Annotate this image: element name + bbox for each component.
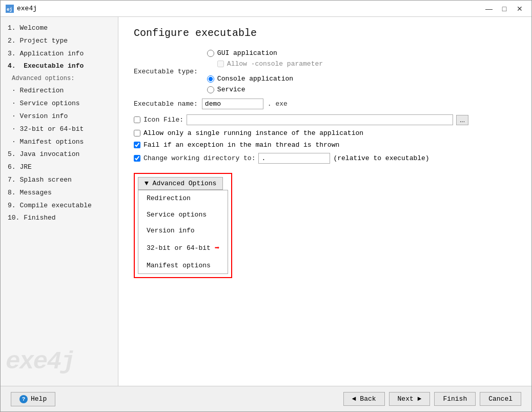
- content-area: Configure executable Executable type: GU…: [118, 17, 531, 386]
- fail-exception-checkbox[interactable]: [134, 142, 140, 148]
- console-app-label: Console application: [217, 75, 293, 83]
- change-dir-input[interactable]: [258, 153, 330, 164]
- gui-app-label: GUI application: [217, 49, 277, 57]
- next-button[interactable]: Next ►: [389, 392, 431, 406]
- maximize-button[interactable]: □: [498, 3, 511, 14]
- sidebar-item-redirection[interactable]: · Redirection: [1, 85, 118, 97]
- console-app-option[interactable]: Console application: [207, 75, 323, 83]
- help-button[interactable]: ? Help: [11, 392, 55, 406]
- change-dir-row: Change working directory to: (relative t…: [134, 153, 516, 164]
- exe-suffix: . exe: [268, 100, 288, 108]
- main-layout: 1. Welcome 2. Project type 3. Applicatio…: [1, 17, 531, 386]
- sidebar-advanced-options-label: Advanced options:: [1, 73, 118, 85]
- back-button[interactable]: ◄ Back: [343, 392, 385, 406]
- bottom-bar: ? Help ◄ Back Next ► Finish Cancel: [1, 386, 531, 411]
- allow-console-row: Allow -console parameter: [217, 60, 323, 68]
- next-label: Next ►: [398, 395, 422, 403]
- finish-label: Finish: [443, 395, 467, 403]
- gui-app-option[interactable]: GUI application: [207, 49, 323, 57]
- 32-64-bit-label: 32-bit or 64-bit: [147, 243, 211, 253]
- change-dir-checkbox[interactable]: [134, 155, 140, 162]
- fail-exception-row: Fail if an exception in the main thread …: [134, 141, 516, 149]
- advanced-menu-service-options[interactable]: Service options: [138, 207, 228, 223]
- allow-console-checkbox[interactable]: [217, 61, 224, 67]
- window-title: exe4j: [17, 5, 37, 12]
- title-bar: ej exe4j — □ ✕: [1, 1, 531, 17]
- executable-name-label: Executable name:: [134, 100, 198, 108]
- main-window: ej exe4j — □ ✕ 1. Welcome 2. Project typ…: [0, 0, 532, 412]
- sidebar-item-manifest-options[interactable]: · Manifest options: [1, 136, 118, 149]
- svg-text:ej: ej: [7, 7, 12, 12]
- icon-file-browse-button[interactable]: ...: [456, 115, 468, 125]
- service-label: Service: [217, 86, 245, 93]
- sidebar-item-application-info[interactable]: 3. Application info: [1, 48, 118, 61]
- advanced-options-box: ▼ Advanced Options Redirection Service o…: [134, 173, 232, 278]
- advanced-menu-redirection[interactable]: Redirection: [138, 190, 228, 207]
- sidebar-item-project-type[interactable]: 2. Project type: [1, 35, 118, 48]
- sidebar-item-jre[interactable]: 6. JRE: [1, 161, 118, 174]
- title-bar-left: ej exe4j: [6, 5, 37, 13]
- back-label: ◄ Back: [352, 395, 376, 403]
- fail-exception-label: Fail if an exception in the main thread …: [144, 141, 339, 149]
- arrow-icon: ➡: [215, 242, 220, 254]
- redirection-label: Redirection: [147, 193, 191, 204]
- icon-file-input[interactable]: [187, 114, 453, 125]
- sidebar-item-splash-screen[interactable]: 7. Splash screen: [1, 174, 118, 187]
- cancel-button[interactable]: Cancel: [480, 392, 521, 406]
- advanced-menu-32-64-bit[interactable]: 32-bit or 64-bit ➡: [138, 239, 228, 258]
- icon-file-row: Icon File: ...: [134, 114, 516, 125]
- advanced-options-toggle[interactable]: ▼ Advanced Options: [138, 177, 223, 190]
- service-options-label: Service options: [147, 210, 207, 220]
- icon-file-checkbox[interactable]: [134, 116, 140, 123]
- icon-file-label: Icon File:: [144, 116, 183, 124]
- single-instance-checkbox[interactable]: [134, 130, 140, 136]
- sidebar-item-compile-executable[interactable]: 9. Compile executable: [1, 200, 118, 212]
- advanced-options-menu: Redirection Service options Version info…: [138, 190, 228, 274]
- executable-type-group: GUI application Allow -console parameter…: [207, 49, 323, 93]
- executable-name-input[interactable]: [202, 99, 263, 109]
- finish-button[interactable]: Finish: [434, 392, 476, 406]
- sidebar-item-32-64-bit[interactable]: · 32-bit or 64-bit: [1, 123, 118, 136]
- cancel-label: Cancel: [488, 395, 513, 403]
- manifest-options-label: Manifest options: [147, 261, 211, 271]
- sidebar-item-service-options[interactable]: · Service options: [1, 97, 118, 110]
- service-radio[interactable]: [207, 86, 214, 93]
- single-instance-label: Allow only a single running instance of …: [144, 129, 363, 137]
- help-label: Help: [31, 395, 47, 403]
- close-button[interactable]: ✕: [513, 3, 526, 14]
- single-instance-row: Allow only a single running instance of …: [134, 129, 516, 137]
- watermark: exe4j: [6, 348, 74, 376]
- sidebar-item-executable-info[interactable]: 4. Executable info: [1, 60, 118, 73]
- minimize-button[interactable]: —: [482, 3, 496, 14]
- advanced-menu-manifest-options[interactable]: Manifest options: [138, 258, 228, 274]
- sidebar-item-java-invocation[interactable]: 5. Java invocation: [1, 148, 118, 161]
- executable-type-row: Executable type: GUI application Allow -…: [134, 49, 516, 93]
- version-info-label: Version info: [147, 226, 195, 236]
- gui-app-radio[interactable]: [207, 50, 214, 57]
- advanced-menu-version-info[interactable]: Version info: [138, 223, 228, 239]
- advanced-options-header-label: ▼ Advanced Options: [145, 180, 216, 187]
- executable-type-label: Executable type:: [134, 68, 198, 75]
- sidebar-item-finished[interactable]: 10. Finished: [1, 212, 118, 225]
- sidebar: 1. Welcome 2. Project type 3. Applicatio…: [1, 17, 118, 386]
- title-bar-controls: — □ ✕: [482, 3, 526, 14]
- executable-name-row: Executable name: . exe: [134, 99, 516, 109]
- change-dir-label: Change working directory to:: [144, 154, 255, 162]
- console-app-radio[interactable]: [207, 75, 214, 83]
- app-icon: ej: [6, 5, 14, 13]
- sidebar-item-version-info[interactable]: · Version info: [1, 110, 118, 123]
- allow-console-label: Allow -console parameter: [227, 60, 323, 68]
- page-title: Configure executable: [134, 27, 516, 39]
- service-option[interactable]: Service: [207, 86, 323, 93]
- help-icon: ?: [19, 395, 28, 403]
- sidebar-item-welcome[interactable]: 1. Welcome: [1, 22, 118, 35]
- relative-label: (relative to executable): [333, 154, 429, 162]
- sidebar-item-messages[interactable]: 8. Messages: [1, 187, 118, 200]
